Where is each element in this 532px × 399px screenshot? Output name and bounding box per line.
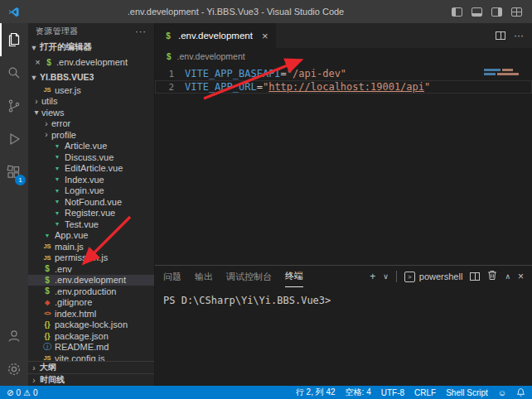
new-terminal-icon[interactable]: + [370,271,375,282]
tree-item-utils[interactable]: ›utils [28,96,154,108]
file-label: error [51,118,70,128]
breadcrumb[interactable]: $ .env.development [155,48,532,65]
cursor-position[interactable]: 行 2, 列 42 [296,387,336,398]
tree-item-Article.vue[interactable]: ▼Article.vue [28,141,154,152]
toggle-sidebar-icon[interactable] [452,7,462,17]
tree-item-Login.vue[interactable]: ▼Login.vue [28,185,154,197]
panel-tab-bar: 问题输出调试控制台终端 + ∨ > powershell ∧ [155,266,532,287]
code-line-2[interactable]: 2VITE_APP_URL="http://localhost:19001/ap… [155,80,532,94]
editor-area: $ .env.development × ··· $ .env.developm… [155,23,532,386]
shell-file-icon: $ [41,276,53,285]
close-icon[interactable]: × [32,57,43,67]
vue-file-icon: ▼ [51,210,63,216]
panel-actions: + ∨ > powershell ∧ × [370,270,524,283]
extensions-icon[interactable]: 1 [0,156,28,189]
terminal-prompt: PS D:\CSharp\Yi\Yi.BBS.Vue3> [163,295,331,306]
settings-gear-icon[interactable] [0,353,28,386]
tree-item-main.js[interactable]: JSmain.js [28,241,154,252]
tree-item-Register.vue[interactable]: ▼Register.vue [28,208,154,219]
code-line-1[interactable]: 1VITE_APP_BASEAPI="/api-dev" [155,67,532,80]
tree-item-views[interactable]: ▾views [28,107,154,118]
tree-item-vite.config.js[interactable]: JSvite.config.js [28,353,154,361]
editor-actions: ··· [496,23,532,48]
encoding-status[interactable]: UTF-8 [381,388,404,397]
js-file-icon: JS [41,243,53,250]
panel-tab-调试控制台[interactable]: 调试控制台 [226,266,272,287]
maximize-panel-icon[interactable]: ∧ [505,272,510,281]
file-label: utils [41,96,58,106]
tree-item-NotFound.vue[interactable]: ▼NotFound.vue [28,196,154,208]
tree-item-Test.vue[interactable]: ▼Test.vue [28,219,154,230]
toggle-panel-icon[interactable] [472,7,482,17]
split-editor-icon[interactable] [496,31,505,40]
tree-item-.env.production[interactable]: $.env.production [28,286,154,297]
customize-layout-icon[interactable] [511,7,522,17]
vue-file-icon: ▼ [51,188,63,194]
tab-env-development[interactable]: $ .env.development × [155,23,276,48]
window-title: .env.development - Yi.BBS.Vue3 - Visual … [20,7,452,17]
shell-file-icon: $ [41,264,53,273]
file-label: NotFound.vue [65,197,122,207]
split-terminal-icon[interactable] [470,272,480,281]
account-icon[interactable] [0,320,28,353]
error-count: 0 [16,388,21,397]
language-mode[interactable]: Shell Script [446,388,488,397]
tree-item-.gitignore[interactable]: ◆.gitignore [28,297,154,309]
file-label: profile [51,130,76,140]
shell-selector[interactable]: powershell [419,272,463,281]
source-control-icon[interactable] [0,89,28,123]
open-editor-item[interactable]: × $ .env.development [28,55,154,70]
sidebar-more-icon[interactable]: ··· [135,26,147,36]
toggle-secondary-sidebar-icon[interactable] [491,7,502,17]
search-icon[interactable] [0,56,28,89]
file-label: main.js [55,242,84,252]
problems-status[interactable]: ⊘ 0 ⚠ 0 [7,388,37,397]
tree-item-.env[interactable]: $.env [28,263,154,275]
tree-item-error[interactable]: ›error [28,118,154,130]
run-debug-icon[interactable] [0,123,28,156]
tree-item-.env.development[interactable]: $.env.development [28,275,154,286]
chevron-down-icon: ▾ [28,42,40,52]
indentation-status[interactable]: 空格: 4 [346,387,371,398]
open-editors-header[interactable]: ▾ 打开的编辑器 [28,40,154,55]
vue-file-icon: ▼ [41,233,53,238]
close-panel-icon[interactable]: × [518,271,524,282]
tree-item-index.html[interactable]: <>index.html [28,308,154,320]
code-editor[interactable]: 1VITE_APP_BASEAPI="/api-dev"2VITE_APP_UR… [155,65,532,265]
outline-label: 大纲 [40,362,56,373]
tree-item-profile[interactable]: ›profile [28,129,154,141]
tree-item-App.vue[interactable]: ▼App.vue [28,230,154,242]
kill-terminal-icon[interactable] [487,270,497,283]
json-file-icon: {} [41,332,53,340]
file-label: App.vue [55,230,88,240]
tree-item-EditArticle.vue[interactable]: ▼EditArticle.vue [28,163,154,175]
warning-count: 0 [33,388,38,397]
tree-item-package.json[interactable]: {}package.json [28,330,154,342]
chevron-right-icon: › [28,363,40,373]
terminal-output[interactable]: PS D:\CSharp\Yi\Yi.BBS.Vue3> [155,287,532,386]
project-header[interactable]: ▾ YI.BBS.VUE3 [28,70,154,84]
feedback-smiley-icon[interactable]: ☺ [498,388,506,397]
timeline-section[interactable]: › 时间线 [28,373,154,386]
chevron-down-icon[interactable]: ∨ [383,272,389,281]
eol-status[interactable]: CRLF [414,388,436,397]
minimap[interactable] [484,69,522,77]
tree-item-README.md[interactable]: ⓘREADME.md [28,342,154,353]
outline-section[interactable]: › 大纲 [28,361,154,373]
divider [396,271,397,282]
timeline-label: 时间线 [40,374,65,386]
explorer-icon[interactable] [0,23,28,56]
notifications-bell-icon[interactable] [516,387,525,397]
panel-tab-问题[interactable]: 问题 [163,266,181,287]
tree-item-package-lock.json[interactable]: {}package-lock.json [28,320,154,331]
panel-tab-终端[interactable]: 终端 [285,266,303,287]
tree-item-permission.js[interactable]: JSpermission.js [28,252,154,264]
tree-item-user.js[interactable]: JSuser.js [28,84,154,96]
tree-item-Discuss.vue[interactable]: ▼Discuss.vue [28,151,154,163]
file-tree: JSuser.js›utils▾views›error›profile▼Arti… [28,84,154,361]
more-actions-icon[interactable]: ··· [514,30,524,41]
close-icon[interactable]: × [262,30,268,42]
layout-controls [452,7,522,17]
panel-tab-输出[interactable]: 输出 [195,266,213,287]
tree-item-Index.vue[interactable]: ▼Index.vue [28,174,154,185]
